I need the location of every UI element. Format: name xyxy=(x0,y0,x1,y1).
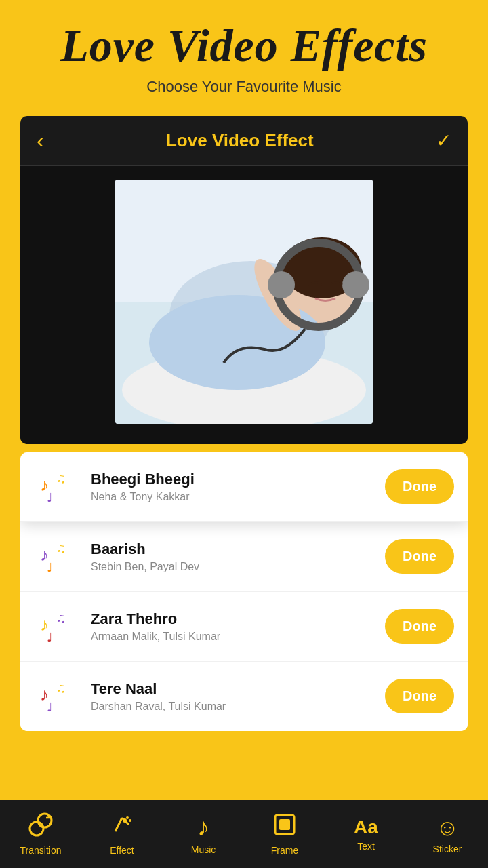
music-info: Tere Naal Darshan Raval, Tulsi Kumar xyxy=(81,680,385,713)
preview-container xyxy=(20,166,468,444)
dialog-title: Love Video Effect xyxy=(166,130,314,151)
svg-text:♫: ♫ xyxy=(56,471,66,486)
svg-text:♩: ♩ xyxy=(47,491,52,505)
music-artist: Darshan Raval, Tulsi Kumar xyxy=(91,701,375,713)
svg-line-25 xyxy=(115,818,122,831)
svg-point-24 xyxy=(38,814,52,827)
music-note-icon: ♪ ♫ ♩ xyxy=(34,673,81,720)
svg-point-27 xyxy=(123,818,127,823)
dialog-header: ‹ Love Video Effect ✓ xyxy=(20,116,468,166)
nav-label-music: Music xyxy=(191,844,216,855)
svg-text:♫: ♫ xyxy=(56,610,66,625)
svg-point-29 xyxy=(129,819,131,822)
list-item[interactable]: ♪ ♫ ♩ Baarish Stebin Ben, Payal Dev Done xyxy=(20,522,468,592)
app-header: Love Video Effects Choose Your Favourite… xyxy=(0,0,488,102)
nav-item-music[interactable]: ♪ Music xyxy=(176,813,230,855)
music-info: Bheegi Bheegi Neha & Tony Kakkar xyxy=(81,471,385,503)
text-icon: Aa xyxy=(354,816,378,838)
svg-text:♫: ♫ xyxy=(56,680,66,695)
music-note-icon: ♪ ♫ ♩ xyxy=(34,533,81,580)
svg-text:♩: ♩ xyxy=(47,561,52,574)
music-note-icon: ♪ ♫ ♩ xyxy=(34,603,81,650)
music-name: Bheegi Bheegi xyxy=(91,471,375,488)
list-item[interactable]: ♪ ♫ ♩ Bheegi Bheegi Neha & Tony Kakkar D… xyxy=(20,452,468,522)
list-item[interactable]: ♪ ♫ ♩ Tere Naal Darshan Raval, Tulsi Kum… xyxy=(20,662,468,731)
frame-icon xyxy=(272,812,297,842)
svg-text:♩: ♩ xyxy=(47,631,52,644)
nav-label-text: Text xyxy=(357,841,375,852)
music-name: Zara Thehro xyxy=(91,610,375,628)
nav-item-sticker[interactable]: ☺ Sticker xyxy=(420,814,474,854)
music-info: Zara Thehro Armaan Malik, Tulsi Kumar xyxy=(81,610,385,643)
svg-text:♩: ♩ xyxy=(47,701,52,714)
music-name: Tere Naal xyxy=(91,680,375,698)
svg-rect-31 xyxy=(279,819,290,830)
music-artist: Armaan Malik, Tulsi Kumar xyxy=(91,631,375,643)
nav-label-sticker: Sticker xyxy=(433,844,462,854)
sticker-icon: ☺ xyxy=(436,814,460,841)
music-icon: ♪ xyxy=(197,813,209,842)
done-button[interactable]: Done xyxy=(385,539,454,574)
svg-point-9 xyxy=(268,271,295,298)
app-title: Love Video Effects xyxy=(14,20,474,71)
done-button[interactable]: Done xyxy=(385,609,454,644)
back-button[interactable]: ‹ xyxy=(37,128,44,153)
music-info: Baarish Stebin Ben, Payal Dev xyxy=(81,540,385,573)
music-name: Baarish xyxy=(91,540,375,558)
done-button[interactable]: Done xyxy=(385,679,454,713)
effect-icon xyxy=(110,812,134,842)
main-dialog: ‹ Love Video Effect ✓ xyxy=(20,116,468,444)
nav-item-text[interactable]: Aa Text xyxy=(339,816,393,852)
nav-label-effect: Effect xyxy=(110,845,134,856)
done-button[interactable]: Done xyxy=(385,469,454,504)
nav-label-transition: Transition xyxy=(20,845,62,856)
music-artist: Stebin Ben, Payal Dev xyxy=(91,561,375,573)
transition-icon xyxy=(28,812,53,842)
svg-point-28 xyxy=(126,816,129,819)
nav-item-effect[interactable]: Effect xyxy=(95,812,149,856)
music-note-icon: ♪ ♫ ♩ xyxy=(34,463,81,511)
nav-label-frame: Frame xyxy=(271,845,298,856)
check-button[interactable]: ✓ xyxy=(436,130,451,152)
nav-item-transition[interactable]: Transition xyxy=(14,812,68,856)
nav-item-frame[interactable]: Frame xyxy=(258,812,312,856)
svg-point-10 xyxy=(342,271,369,298)
music-artist: Neha & Tony Kakkar xyxy=(91,491,375,503)
list-item[interactable]: ♪ ♫ ♩ Zara Thehro Armaan Malik, Tulsi Ku… xyxy=(20,592,468,662)
svg-text:♫: ♫ xyxy=(56,540,66,555)
app-subtitle: Choose Your Favourite Music xyxy=(14,78,474,96)
preview-image xyxy=(115,180,373,424)
music-list: ♪ ♫ ♩ Bheegi Bheegi Neha & Tony Kakkar D… xyxy=(20,452,468,731)
bottom-nav: Transition Effect ♪ Music Frame Aa Te xyxy=(0,800,488,868)
svg-point-23 xyxy=(30,822,43,835)
